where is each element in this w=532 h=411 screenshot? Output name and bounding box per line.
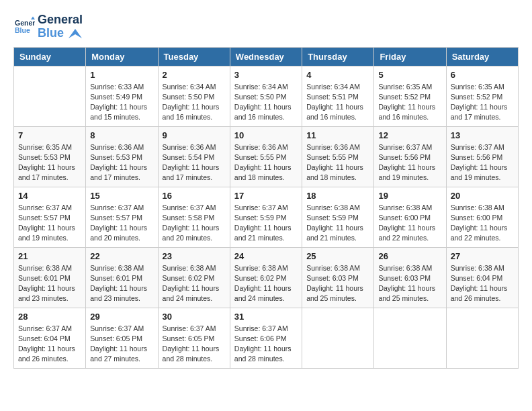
day-info: Sunrise: 6:35 AM Sunset: 5:52 PM Dayligh… bbox=[378, 82, 441, 123]
logo-blue: Blue bbox=[38, 27, 83, 40]
day-number: 28 bbox=[18, 312, 81, 322]
day-info: Sunrise: 6:37 AM Sunset: 5:58 PM Dayligh… bbox=[163, 203, 226, 244]
page-header: General Blue General Blue bbox=[13, 13, 519, 40]
weekday-header: Tuesday bbox=[158, 47, 230, 66]
calendar-cell: 11Sunrise: 6:36 AM Sunset: 5:55 PM Dayli… bbox=[302, 126, 374, 187]
calendar-cell: 27Sunrise: 6:38 AM Sunset: 6:04 PM Dayli… bbox=[446, 247, 518, 308]
day-info: Sunrise: 6:38 AM Sunset: 6:02 PM Dayligh… bbox=[234, 263, 298, 304]
calendar-cell: 20Sunrise: 6:38 AM Sunset: 6:00 PM Dayli… bbox=[446, 187, 518, 247]
day-number: 10 bbox=[234, 130, 298, 140]
day-info: Sunrise: 6:34 AM Sunset: 5:50 PM Dayligh… bbox=[163, 82, 226, 123]
calendar-cell bbox=[14, 66, 86, 126]
calendar-week-row: 21Sunrise: 6:38 AM Sunset: 6:01 PM Dayli… bbox=[14, 247, 519, 308]
day-info: Sunrise: 6:37 AM Sunset: 6:06 PM Dayligh… bbox=[234, 324, 298, 365]
day-info: Sunrise: 6:38 AM Sunset: 6:02 PM Dayligh… bbox=[163, 263, 226, 304]
day-number: 8 bbox=[90, 130, 153, 140]
calendar-cell: 13Sunrise: 6:37 AM Sunset: 5:56 PM Dayli… bbox=[446, 126, 518, 187]
day-number: 19 bbox=[378, 191, 441, 201]
calendar-cell bbox=[446, 308, 518, 368]
calendar-cell: 17Sunrise: 6:37 AM Sunset: 5:59 PM Dayli… bbox=[230, 187, 302, 247]
calendar-cell: 30Sunrise: 6:37 AM Sunset: 6:05 PM Dayli… bbox=[158, 308, 230, 368]
day-info: Sunrise: 6:38 AM Sunset: 6:00 PM Dayligh… bbox=[451, 203, 514, 244]
day-number: 17 bbox=[234, 191, 298, 201]
calendar-cell: 5Sunrise: 6:35 AM Sunset: 5:52 PM Daylig… bbox=[374, 66, 446, 126]
day-info: Sunrise: 6:34 AM Sunset: 5:51 PM Dayligh… bbox=[306, 82, 369, 123]
day-info: Sunrise: 6:38 AM Sunset: 6:04 PM Dayligh… bbox=[451, 263, 514, 304]
calendar-cell: 14Sunrise: 6:37 AM Sunset: 5:57 PM Dayli… bbox=[14, 187, 86, 247]
calendar-cell: 3Sunrise: 6:34 AM Sunset: 5:50 PM Daylig… bbox=[230, 66, 302, 126]
calendar-cell bbox=[302, 308, 374, 368]
day-number: 21 bbox=[18, 251, 81, 261]
calendar-week-row: 1Sunrise: 6:33 AM Sunset: 5:49 PM Daylig… bbox=[14, 66, 519, 126]
calendar-cell: 12Sunrise: 6:37 AM Sunset: 5:56 PM Dayli… bbox=[374, 126, 446, 187]
calendar-cell: 23Sunrise: 6:38 AM Sunset: 6:02 PM Dayli… bbox=[158, 247, 230, 308]
calendar-cell: 6Sunrise: 6:35 AM Sunset: 5:52 PM Daylig… bbox=[446, 66, 518, 126]
day-number: 22 bbox=[90, 251, 153, 261]
day-number: 5 bbox=[378, 70, 441, 80]
calendar-week-row: 14Sunrise: 6:37 AM Sunset: 5:57 PM Dayli… bbox=[14, 187, 519, 247]
calendar-cell: 22Sunrise: 6:38 AM Sunset: 6:01 PM Dayli… bbox=[86, 247, 158, 308]
logo: General Blue General Blue bbox=[13, 13, 83, 40]
calendar-cell: 18Sunrise: 6:38 AM Sunset: 5:59 PM Dayli… bbox=[302, 187, 374, 247]
calendar-header: SundayMondayTuesdayWednesdayThursdayFrid… bbox=[14, 47, 519, 66]
calendar-cell: 19Sunrise: 6:38 AM Sunset: 6:00 PM Dayli… bbox=[374, 187, 446, 247]
calendar-cell: 25Sunrise: 6:38 AM Sunset: 6:03 PM Dayli… bbox=[302, 247, 374, 308]
day-number: 11 bbox=[306, 130, 369, 140]
logo-general: General bbox=[38, 13, 83, 27]
day-info: Sunrise: 6:37 AM Sunset: 5:56 PM Dayligh… bbox=[378, 142, 441, 183]
svg-text:Blue: Blue bbox=[15, 26, 30, 34]
day-info: Sunrise: 6:37 AM Sunset: 5:57 PM Dayligh… bbox=[90, 203, 153, 244]
day-number: 27 bbox=[451, 251, 514, 261]
calendar-cell bbox=[374, 308, 446, 368]
day-number: 16 bbox=[163, 191, 226, 201]
calendar-cell: 4Sunrise: 6:34 AM Sunset: 5:51 PM Daylig… bbox=[302, 66, 374, 126]
day-info: Sunrise: 6:38 AM Sunset: 6:03 PM Dayligh… bbox=[378, 263, 441, 304]
day-info: Sunrise: 6:34 AM Sunset: 5:50 PM Dayligh… bbox=[234, 82, 298, 123]
day-number: 1 bbox=[90, 70, 153, 80]
day-number: 14 bbox=[18, 191, 81, 201]
day-info: Sunrise: 6:37 AM Sunset: 5:59 PM Dayligh… bbox=[234, 203, 298, 244]
calendar-cell: 16Sunrise: 6:37 AM Sunset: 5:58 PM Dayli… bbox=[158, 187, 230, 247]
calendar-cell: 8Sunrise: 6:36 AM Sunset: 5:53 PM Daylig… bbox=[86, 126, 158, 187]
day-info: Sunrise: 6:36 AM Sunset: 5:55 PM Dayligh… bbox=[234, 142, 298, 183]
calendar-table: SundayMondayTuesdayWednesdayThursdayFrid… bbox=[13, 47, 519, 369]
calendar-cell: 29Sunrise: 6:37 AM Sunset: 6:05 PM Dayli… bbox=[86, 308, 158, 368]
day-number: 20 bbox=[451, 191, 514, 201]
day-number: 25 bbox=[306, 251, 369, 261]
day-number: 7 bbox=[18, 130, 81, 140]
day-number: 2 bbox=[163, 70, 226, 80]
day-info: Sunrise: 6:37 AM Sunset: 6:04 PM Dayligh… bbox=[18, 324, 81, 365]
calendar-cell: 24Sunrise: 6:38 AM Sunset: 6:02 PM Dayli… bbox=[230, 247, 302, 308]
day-info: Sunrise: 6:36 AM Sunset: 5:53 PM Dayligh… bbox=[90, 142, 153, 183]
calendar-cell: 7Sunrise: 6:35 AM Sunset: 5:53 PM Daylig… bbox=[14, 126, 86, 187]
logo-bird-icon bbox=[69, 29, 82, 38]
day-info: Sunrise: 6:38 AM Sunset: 5:59 PM Dayligh… bbox=[306, 203, 369, 244]
weekday-header: Friday bbox=[374, 47, 446, 66]
day-number: 30 bbox=[163, 312, 226, 322]
day-info: Sunrise: 6:38 AM Sunset: 6:03 PM Dayligh… bbox=[306, 263, 369, 304]
day-info: Sunrise: 6:36 AM Sunset: 5:55 PM Dayligh… bbox=[306, 142, 369, 183]
calendar-cell: 21Sunrise: 6:38 AM Sunset: 6:01 PM Dayli… bbox=[14, 247, 86, 308]
day-number: 4 bbox=[306, 70, 369, 80]
day-number: 29 bbox=[90, 312, 153, 322]
day-info: Sunrise: 6:38 AM Sunset: 6:00 PM Dayligh… bbox=[378, 203, 441, 244]
calendar-cell: 10Sunrise: 6:36 AM Sunset: 5:55 PM Dayli… bbox=[230, 126, 302, 187]
day-number: 31 bbox=[234, 312, 298, 322]
day-number: 24 bbox=[234, 251, 298, 261]
logo-icon: General Blue bbox=[15, 15, 35, 36]
day-number: 23 bbox=[163, 251, 226, 261]
calendar-cell: 15Sunrise: 6:37 AM Sunset: 5:57 PM Dayli… bbox=[86, 187, 158, 247]
svg-marker-2 bbox=[31, 16, 35, 19]
day-number: 12 bbox=[378, 130, 441, 140]
calendar-week-row: 7Sunrise: 6:35 AM Sunset: 5:53 PM Daylig… bbox=[14, 126, 519, 187]
day-info: Sunrise: 6:35 AM Sunset: 5:53 PM Dayligh… bbox=[18, 142, 81, 183]
day-info: Sunrise: 6:33 AM Sunset: 5:49 PM Dayligh… bbox=[90, 82, 153, 123]
weekday-header: Wednesday bbox=[230, 47, 302, 66]
day-info: Sunrise: 6:37 AM Sunset: 6:05 PM Dayligh… bbox=[90, 324, 153, 365]
day-number: 9 bbox=[163, 130, 226, 140]
day-info: Sunrise: 6:38 AM Sunset: 6:01 PM Dayligh… bbox=[90, 263, 153, 304]
svg-marker-3 bbox=[69, 29, 82, 38]
weekday-header: Sunday bbox=[14, 47, 86, 66]
calendar-cell: 9Sunrise: 6:36 AM Sunset: 5:54 PM Daylig… bbox=[158, 126, 230, 187]
day-number: 6 bbox=[451, 70, 514, 80]
